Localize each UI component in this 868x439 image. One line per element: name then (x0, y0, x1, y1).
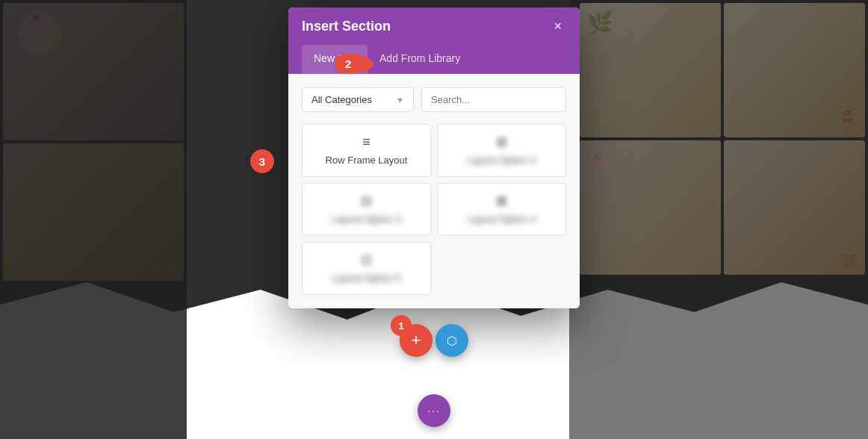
search-input[interactable] (421, 87, 566, 112)
layout-row-frame[interactable]: ≡ Row Frame Layout (302, 124, 431, 177)
section-icon: ⬡ (447, 334, 457, 348)
modal-body: All Categories ▼ ≡ Row Frame Layout ⊞ La… (288, 74, 580, 308)
layout-4-label: Layout Option 4 (468, 214, 536, 225)
layout-option-3[interactable]: ⊟ Layout Option 3 (302, 183, 431, 236)
dropdown-arrow: ▼ (396, 96, 404, 105)
layout-4-icon: ⊠ (496, 194, 507, 208)
layout-option-2[interactable]: ⊞ Layout Option 2 (437, 124, 566, 177)
layout-3-label: Layout Option 3 (332, 214, 401, 225)
modal-header: Insert Section × (288, 7, 580, 45)
insert-section-modal: Insert Section × New Sec Add From Librar… (288, 7, 580, 308)
category-label: All Categories (311, 94, 372, 105)
layout-2-label: Layout Option 2 (468, 155, 536, 166)
layout-5-icon: ⊡ (361, 253, 372, 267)
step-1-number: 1 (398, 320, 403, 331)
step-badge-1: 1 (391, 315, 412, 336)
layout-3-icon: ⊟ (361, 194, 372, 208)
layouts-grid: ≡ Row Frame Layout ⊞ Layout Option 2 ⊟ L… (302, 124, 566, 295)
row-frame-icon: ≡ (362, 135, 371, 149)
modal-title: Insert Section (302, 19, 391, 34)
plus-icon: + (412, 331, 421, 350)
step-2-number: 2 (345, 57, 351, 70)
filter-row: All Categories ▼ (302, 87, 566, 112)
layout-option-5[interactable]: ⊡ Layout Option 5 (302, 242, 431, 295)
layout-option-4[interactable]: ⊠ Layout Option 4 (437, 183, 566, 236)
layout-2-icon: ⊞ (496, 135, 507, 149)
category-dropdown[interactable]: All Categories ▼ (302, 87, 414, 112)
search-wrapper (421, 87, 566, 112)
step-badge-3: 3 (250, 149, 274, 173)
tab-add-from-library[interactable]: Add From Library (368, 45, 472, 74)
dots-icon: ··· (427, 405, 441, 417)
layout-5-label: Layout Option 5 (332, 273, 401, 284)
step-badge-2-arrow: 2 (335, 54, 365, 74)
row-frame-label: Row Frame Layout (326, 155, 408, 166)
more-options-button[interactable]: ··· (418, 394, 450, 427)
modal-overlay: Insert Section × New Sec Add From Librar… (0, 0, 868, 439)
modal-close-button[interactable]: × (549, 18, 566, 34)
section-type-button[interactable]: ⬡ (435, 324, 468, 357)
modal-tabs: New Sec Add From Library (288, 45, 580, 74)
step-3-number: 3 (259, 155, 265, 168)
bottom-fab-group: + 1 ⬡ (400, 324, 468, 357)
